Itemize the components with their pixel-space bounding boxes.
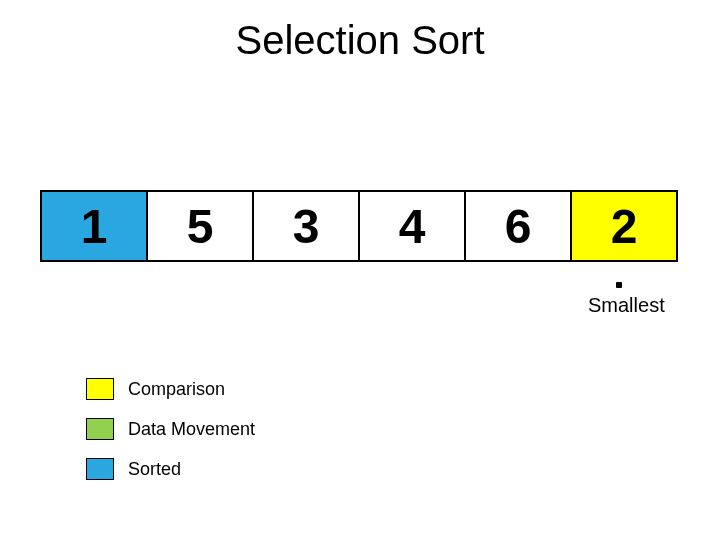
- legend-item-data-movement: Data Movement: [86, 418, 255, 440]
- legend-swatch: [86, 378, 114, 400]
- legend-label: Comparison: [128, 379, 225, 400]
- array-cell: 4: [358, 190, 466, 262]
- array-cell: 5: [146, 190, 254, 262]
- legend-swatch: [86, 458, 114, 480]
- array-row: 1 5 3 4 6 2: [40, 190, 678, 262]
- smallest-marker-dot: [616, 282, 622, 288]
- page-title: Selection Sort: [0, 0, 720, 63]
- legend: Comparison Data Movement Sorted: [86, 378, 255, 498]
- array-cell: 2: [570, 190, 678, 262]
- smallest-label: Smallest: [588, 294, 665, 317]
- legend-label: Data Movement: [128, 419, 255, 440]
- legend-label: Sorted: [128, 459, 181, 480]
- legend-swatch: [86, 418, 114, 440]
- array-cell: 1: [40, 190, 148, 262]
- legend-item-comparison: Comparison: [86, 378, 255, 400]
- array-cell: 6: [464, 190, 572, 262]
- array-cell: 3: [252, 190, 360, 262]
- legend-item-sorted: Sorted: [86, 458, 255, 480]
